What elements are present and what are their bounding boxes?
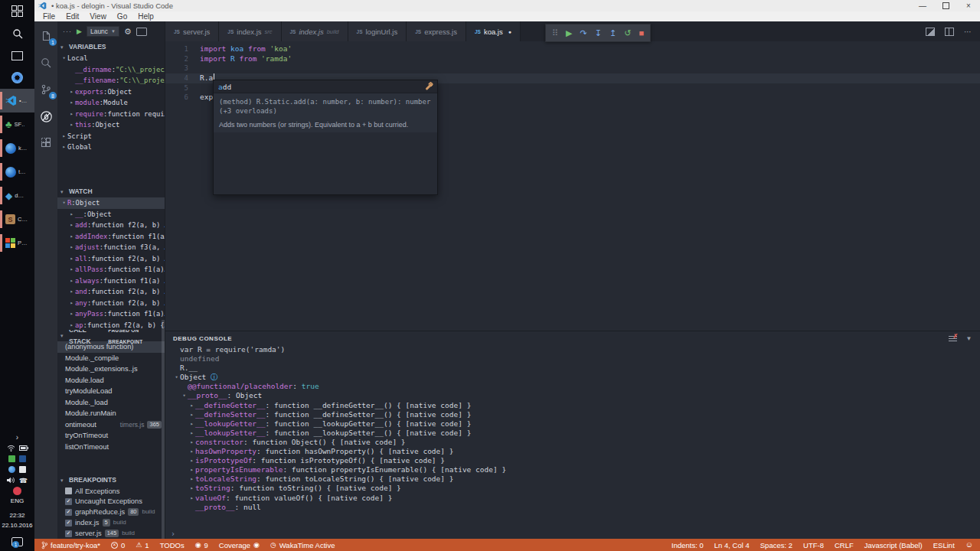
status-indentation[interactable]: Spaces: 2: [760, 541, 792, 549]
status-language-mode[interactable]: Javascript (Babel): [864, 541, 923, 549]
activity-search[interactable]: [38, 55, 54, 70]
console-line[interactable]: ▸hasOwnProperty: function hasOwnProperty…: [170, 447, 980, 456]
console-line[interactable]: ▸isPrototypeOf: function isPrototypeOf()…: [170, 456, 980, 465]
activity-extensions[interactable]: [38, 135, 54, 151]
suggest-item-add[interactable]: add: [214, 80, 437, 93]
variables-header[interactable]: ▾VARIABLES: [57, 41, 165, 53]
breakpoint-row[interactable]: ✓graphReduce.js80build: [57, 507, 165, 518]
debug-overflow-icon[interactable]: ···: [63, 28, 72, 35]
twistie-icon[interactable]: ▸: [68, 320, 75, 331]
console-line[interactable]: ▾Object ⓘ: [170, 373, 980, 382]
twistie-icon[interactable]: ▸: [68, 308, 75, 320]
breakpoints-header[interactable]: ▾BREAKPOINTS: [57, 474, 165, 486]
watch-row[interactable]: ▸add: function f2(a, b) …: [57, 220, 165, 231]
twistie-icon[interactable]: ▸: [68, 97, 75, 109]
twistie-icon[interactable]: ▸: [188, 410, 195, 419]
watch-header[interactable]: ▾WATCH: [57, 186, 165, 197]
watch-row[interactable]: ▸__: Object: [57, 209, 165, 220]
tray-expand-icon[interactable]: ›: [16, 433, 18, 442]
status-todos[interactable]: TODOs: [160, 541, 185, 549]
console-line[interactable]: ▸toString: function toString() { [native…: [170, 484, 980, 493]
twistie-icon[interactable]: ▸: [68, 286, 75, 298]
start-debug-icon[interactable]: ▶: [77, 28, 82, 35]
drag-grip-icon[interactable]: ⠿: [552, 29, 558, 37]
open-debug-console-icon[interactable]: [136, 28, 147, 36]
configure-gear-icon[interactable]: ⚙: [124, 27, 132, 37]
variable-row[interactable]: ▾Local: [57, 53, 165, 64]
activity-debug[interactable]: [38, 109, 54, 124]
console-line[interactable]: ▸propertyIsEnumerable: function property…: [170, 465, 980, 474]
taskbar-app-app-green[interactable]: ♣SF…: [0, 112, 34, 136]
tray-app-white-icon[interactable]: [19, 466, 26, 473]
code-line[interactable]: 3: [165, 64, 980, 73]
more-actions-icon[interactable]: ⋯: [964, 28, 972, 36]
open-preview-icon[interactable]: [926, 28, 935, 36]
console-line[interactable]: ▸__lookupSetter__: function __lookupSett…: [170, 429, 980, 438]
taskbar-app-app-d[interactable]: ◆d…: [0, 184, 34, 207]
twistie-icon[interactable]: ▸: [68, 242, 75, 253]
twistie-icon[interactable]: ▸: [68, 253, 75, 265]
menu-help[interactable]: Help: [132, 12, 159, 21]
console-line[interactable]: ▸__lookupGetter__: function __lookupGett…: [170, 419, 980, 429]
clear-console-icon[interactable]: ✗: [949, 335, 957, 342]
breakpoint-row[interactable]: ✓server.js145build: [57, 528, 165, 539]
variable-row[interactable]: ▸this: Object: [57, 119, 165, 131]
menu-go[interactable]: Go: [112, 12, 132, 21]
console-input[interactable]: ›: [165, 530, 980, 538]
code-editor[interactable]: 1import koa from 'koa'2import R from 'ra…: [165, 41, 980, 331]
twistie-icon[interactable]: ▸: [188, 494, 195, 503]
twistie-icon[interactable]: ▾: [60, 53, 67, 64]
twistie-icon[interactable]: ▸: [188, 401, 195, 410]
restart-button[interactable]: ↺: [624, 29, 631, 37]
console-line[interactable]: __proto__: null: [170, 503, 980, 512]
stop-button[interactable]: ■: [639, 29, 644, 37]
taskbar-search-button[interactable]: [0, 22, 34, 44]
launch-config-dropdown[interactable]: Launc▼: [87, 26, 119, 37]
call-stack-frame[interactable]: listOnTimeout: [57, 442, 165, 453]
twistie-icon[interactable]: ▾: [181, 391, 188, 400]
step-over-button[interactable]: ↷: [580, 29, 587, 37]
twistie-icon[interactable]: ▸: [188, 447, 195, 456]
watch-row[interactable]: ▸all: function f2(a, b) …: [57, 253, 165, 265]
status-feedback[interactable]: ☺: [965, 541, 973, 549]
step-into-button[interactable]: ↧: [595, 29, 602, 37]
twistie-icon[interactable]: ▸: [68, 231, 75, 243]
variable-row[interactable]: __dirname: "C:\\_projec…: [57, 64, 165, 76]
console-line[interactable]: @@functional/placeholder: true: [170, 382, 980, 391]
watch-row[interactable]: ▸anyPass: function f1(a)…: [57, 308, 165, 320]
call-stack-frame[interactable]: Module.load: [57, 375, 165, 386]
variable-row[interactable]: ▸Script: [57, 131, 165, 142]
code-line[interactable]: 1import koa from 'koa': [165, 44, 980, 54]
variable-row[interactable]: ▸require: function requi…: [57, 109, 165, 120]
console-line[interactable]: var R = require('ramda'): [170, 345, 980, 354]
language-indicator[interactable]: ENG: [11, 497, 24, 505]
twistie-icon[interactable]: ▸: [68, 220, 75, 231]
breakpoint-row[interactable]: All Exceptions: [57, 486, 165, 497]
call-stack-frame[interactable]: Module._extensions..js: [57, 364, 165, 375]
restore-button[interactable]: [934, 0, 957, 11]
task-view-button[interactable]: [0, 44, 34, 67]
console-line[interactable]: ▸toLocaleString: function toLocaleString…: [170, 474, 980, 484]
watch-row[interactable]: ▸adjust: function f3(a, …: [57, 242, 165, 253]
status-error-count[interactable]: ×0: [111, 541, 125, 549]
watch-row[interactable]: ▸addIndex: function f1(a…: [57, 231, 165, 243]
twistie-icon[interactable]: ▸: [188, 456, 195, 465]
status-coverage[interactable]: Coverage◉: [219, 541, 260, 549]
status-warning-count[interactable]: ⚠1: [136, 541, 149, 549]
status-eol[interactable]: CRLF: [835, 541, 854, 549]
watch-row[interactable]: ▸ap: function f2(a, b) {…: [57, 320, 165, 331]
console-line[interactable]: ▸valueOf: function valueOf() { [native c…: [170, 494, 980, 503]
status-cursor-position[interactable]: Ln 4, Col 4: [714, 541, 750, 549]
twistie-icon[interactable]: ▸: [68, 119, 75, 131]
tab-index-js[interactable]: JSindex.jsbuild: [282, 21, 348, 41]
watch-row[interactable]: ▸and: function f2(a, b) …: [57, 286, 165, 298]
start-button[interactable]: [0, 0, 34, 22]
variable-row[interactable]: __filename: "C:\\_proje…: [57, 75, 165, 86]
status-indents[interactable]: Indents: 0: [671, 541, 704, 549]
taskbar-app-app-c[interactable]: SC…: [0, 207, 34, 231]
split-editor-icon[interactable]: [945, 28, 954, 36]
menu-file[interactable]: File: [38, 12, 60, 21]
taskbar-app-app-k[interactable]: k…: [0, 136, 34, 160]
menu-view[interactable]: View: [84, 12, 112, 21]
twistie-icon[interactable]: ▸: [68, 109, 75, 120]
